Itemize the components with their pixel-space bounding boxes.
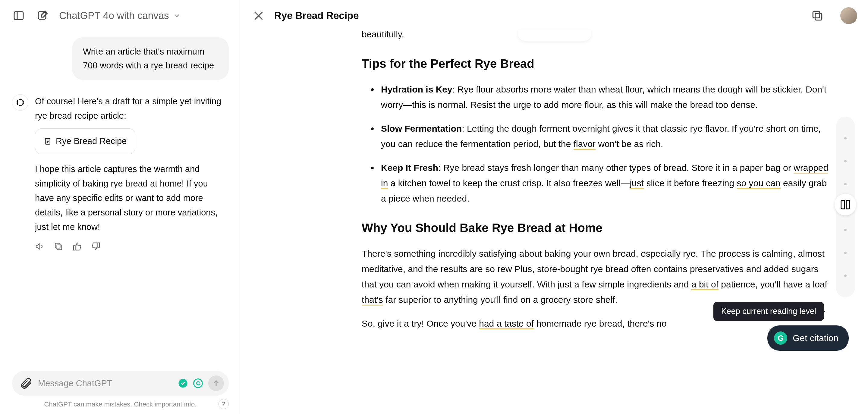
close-icon[interactable]: [252, 9, 265, 22]
rail-tick: [844, 137, 846, 139]
grammarly-badge-2-icon: [193, 378, 203, 388]
tips-heading: Tips for the Perfect Rye Bread: [362, 53, 832, 74]
copy-icon[interactable]: [54, 242, 63, 251]
svg-rect-8: [55, 243, 60, 248]
arrow-up-icon: [212, 379, 220, 387]
rail-tick: [844, 183, 846, 185]
rail-tick: [844, 160, 846, 162]
canvas-title: Rye Bread Recipe: [274, 10, 359, 22]
truncated-text: beautifully.: [362, 31, 832, 42]
citation-label: Get citation: [793, 333, 838, 343]
message-composer[interactable]: [12, 371, 229, 395]
message-actions: [35, 242, 229, 251]
book-icon: [840, 199, 851, 210]
copy-canvas-icon[interactable]: [811, 9, 824, 22]
why-heading: Why You Should Bake Rye Bread at Home: [362, 218, 832, 238]
rail-tick: [844, 229, 846, 231]
canvas-document[interactable]: beautifully. Tips for the Perfect Rye Br…: [241, 31, 868, 414]
svg-rect-14: [815, 13, 822, 20]
header-shadow: [518, 30, 591, 41]
tip-item: Hydration is Key: Rye flour absorbs more…: [378, 82, 832, 113]
reading-level-button[interactable]: [835, 194, 856, 216]
user-avatar[interactable]: [840, 7, 857, 24]
rail-tick: [844, 275, 846, 277]
get-citation-button[interactable]: G Get citation: [767, 325, 849, 351]
tip-item: Slow Fermentation: Letting the dough fer…: [378, 121, 832, 152]
grammarly-logo-icon: G: [774, 331, 787, 345]
thumbs-up-icon[interactable]: [72, 242, 82, 251]
svg-rect-7: [57, 245, 62, 250]
svg-rect-0: [14, 12, 23, 20]
assistant-followup-text: I hope this article captures the warmth …: [35, 162, 229, 234]
send-button[interactable]: [208, 376, 224, 391]
rail-tick: [844, 252, 846, 254]
message-input[interactable]: [38, 378, 173, 388]
sidebar-toggle-icon[interactable]: [11, 8, 27, 24]
user-message: Write an article that's maximum 700 word…: [72, 37, 229, 80]
new-chat-icon[interactable]: [35, 8, 51, 24]
document-chip-label: Rye Bread Recipe: [56, 134, 127, 149]
model-switcher[interactable]: ChatGPT 4o with canvas: [59, 10, 181, 22]
document-chip[interactable]: Rye Bread Recipe: [35, 128, 135, 154]
chevron-down-icon: [173, 12, 181, 20]
why-paragraph: There's something incredibly satisfying …: [362, 246, 832, 307]
model-label: ChatGPT 4o with canvas: [59, 10, 169, 22]
attach-icon[interactable]: [19, 377, 33, 390]
assistant-intro-text: Of course! Here's a draft for a simple y…: [35, 94, 229, 123]
assistant-avatar-icon: [12, 94, 28, 110]
assistant-message: Of course! Here's a draft for a simple y…: [35, 94, 229, 251]
thumbs-down-icon[interactable]: [91, 242, 101, 251]
read-aloud-icon[interactable]: [35, 242, 44, 251]
svg-rect-15: [813, 11, 819, 18]
scroll-rail[interactable]: [836, 117, 855, 297]
grammarly-badge-1-icon: [178, 378, 188, 388]
help-button[interactable]: ?: [218, 399, 229, 409]
svg-point-10: [193, 379, 202, 388]
disclaimer-text: ChatGPT can make mistakes. Check importa…: [12, 400, 229, 409]
tip-item: Keep It Fresh: Rye bread stays fresh lon…: [378, 160, 832, 206]
document-icon: [44, 137, 52, 145]
reading-level-tooltip: Keep current reading level: [713, 302, 824, 321]
